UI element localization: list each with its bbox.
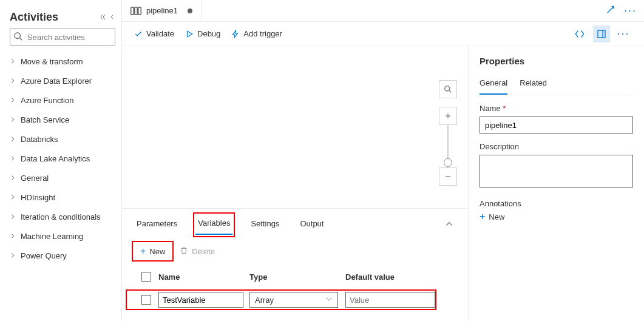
debug-button[interactable]: Debug [185,29,220,38]
chevron-right-icon [10,232,16,241]
editor-tabbar: pipeline1 ··· [122,0,644,22]
select-all-checkbox[interactable] [141,272,151,282]
tree-item-label: Power Query [21,251,67,260]
zoom-in-button[interactable] [439,107,457,125]
activities-collapse-controls[interactable] [100,13,115,22]
col-default-header: Default value [345,272,442,282]
tree-item[interactable]: HDInsight [10,188,115,207]
chevron-right-icon [10,96,16,105]
zoom-controls [439,80,457,186]
tree-item-label: Machine Learning [21,232,83,241]
pipeline-toolbar: Validate Debug Add trigger ··· [122,22,644,46]
lightning-icon [231,30,240,38]
svg-point-0 [15,33,20,38]
chevron-left-icon [109,13,115,22]
tab-variables[interactable]: Variables [195,215,232,235]
chevron-right-icon [10,76,16,86]
tab-output[interactable]: Output [297,215,326,234]
chevron-right-icon [10,154,16,163]
bottom-tabs: Parameters Variables Settings Output [122,209,468,235]
chevron-right-icon [10,57,16,66]
more-icon[interactable]: ··· [624,4,637,17]
tree-item[interactable]: Azure Function [10,90,115,110]
properties-toggle-button[interactable] [593,25,610,42]
activities-panel: Activities Move & transform Azure Data E… [0,0,121,321]
tree-item-label: General [21,174,49,183]
tree-item-label: Data Lake Analytics [21,154,90,163]
name-field-label: Name * [480,104,633,113]
zoom-out-button[interactable] [439,167,457,186]
tree-item[interactable]: General [10,168,115,188]
tree-item[interactable]: Batch Service [10,110,115,129]
activities-tree: Move & transform Azure Data Explorer Azu… [10,52,115,265]
collapse-bottom-button[interactable] [445,220,456,230]
variable-name-input[interactable] [158,292,243,308]
tab-parameters[interactable]: Parameters [134,215,180,234]
tree-item-label: Databricks [21,135,58,144]
tree-item-label: Azure Function [21,96,73,105]
pipeline-icon [130,7,141,15]
tree-item-label: Iteration & conditionals [21,212,101,221]
prop-tab-general[interactable]: General [480,75,507,95]
svg-rect-4 [598,30,605,38]
toolbar-more-button[interactable]: ··· [615,25,632,42]
svg-point-5 [445,86,450,91]
description-field-label: Description [480,142,633,151]
delete-variable-label: Delete [192,247,215,256]
search-activities-input[interactable] [10,29,115,46]
variable-type-value: Array [255,296,274,305]
svg-rect-2 [135,7,138,15]
delete-variable-button: Delete [180,246,215,257]
tree-item[interactable]: Databricks [10,129,115,149]
chevron-down-icon [325,296,333,305]
play-icon [185,30,194,38]
zoom-slider[interactable] [447,125,449,167]
expand-icon[interactable] [606,5,615,16]
tree-item[interactable]: Data Lake Analytics [10,149,115,168]
plus-icon: + [480,212,485,221]
add-annotation-button[interactable]: + New [480,212,504,221]
tree-item[interactable]: Iteration & conditionals [10,207,115,226]
code-view-button[interactable] [571,25,588,42]
zoom-handle[interactable] [444,158,452,167]
svg-rect-3 [138,7,141,15]
new-variable-button[interactable]: + New [134,243,171,259]
tree-item-label: Azure Data Explorer [21,76,92,86]
new-variable-label: New [149,247,165,256]
validate-label: Validate [146,29,174,38]
pipeline-canvas[interactable]: Parameters Variables Settings Output + N… [122,46,468,321]
tab-settings[interactable]: Settings [248,215,282,234]
tree-item[interactable]: Machine Learning [10,226,115,246]
tree-item[interactable]: Move & transform [10,52,115,71]
variable-row: Array [134,288,456,311]
trash-icon [180,246,188,257]
search-icon [13,32,23,43]
tree-item[interactable]: Power Query [10,246,115,265]
chevron-right-icon [10,115,16,124]
tree-item-label: HDInsight [21,193,55,202]
variables-grid-header: Name Type Default value [134,265,456,288]
activities-title: Activities [10,11,58,24]
chevron-right-icon [10,212,16,221]
row-checkbox[interactable] [141,295,151,305]
pipeline-name-input[interactable] [480,117,633,133]
validate-button[interactable]: Validate [134,29,174,38]
editor-tab-title: pipeline1 [146,6,178,15]
chevron-right-icon [10,174,16,183]
prop-tab-related[interactable]: Related [520,75,547,95]
pipeline-description-input[interactable] [480,155,633,188]
add-trigger-button[interactable]: Add trigger [231,29,282,38]
tree-item-label: Batch Service [21,115,69,124]
double-chevron-icon [100,13,107,22]
canvas-find-button[interactable] [439,80,457,98]
editor-tab-pipeline1[interactable]: pipeline1 [122,0,202,21]
tree-item[interactable]: Azure Data Explorer [10,71,115,90]
variable-default-input[interactable] [345,292,435,308]
svg-rect-1 [131,7,134,15]
variable-type-select[interactable]: Array [249,292,338,308]
plus-icon: + [140,246,146,257]
tree-item-label: Move & transform [21,57,83,66]
chevron-right-icon [10,251,16,260]
chevron-right-icon [10,135,16,144]
properties-heading: Properties [480,56,633,66]
